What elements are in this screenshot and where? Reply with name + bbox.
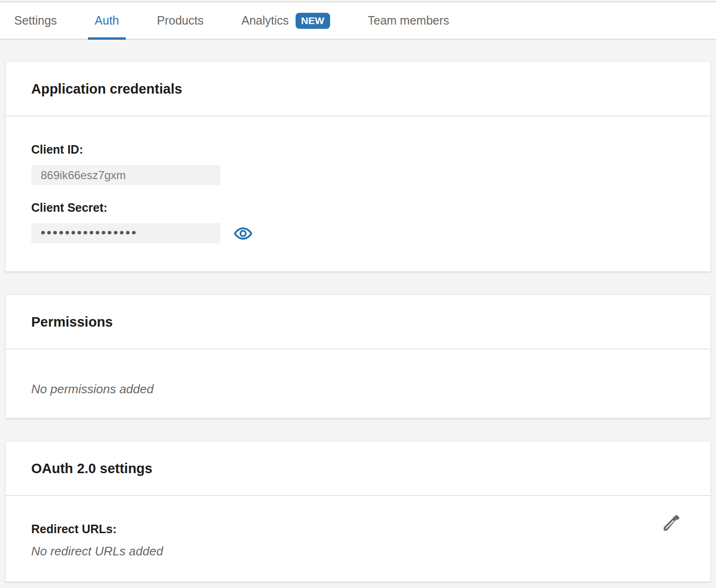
tab-products-label: Products	[157, 14, 204, 27]
client-id-label: Client ID:	[31, 143, 685, 156]
new-badge: NEW	[296, 13, 330, 29]
tab-auth[interactable]: Auth	[95, 2, 119, 39]
client-secret-row: ••••••••••••••••	[31, 223, 685, 243]
application-credentials-header: Application credentials	[6, 62, 710, 116]
client-secret-masked-value: ••••••••••••••••	[41, 226, 138, 239]
client-secret-field[interactable]: ••••••••••••••••	[31, 223, 220, 243]
redirect-urls-label: Redirect URLs:	[31, 522, 685, 536]
pencil-icon	[661, 512, 682, 533]
tab-settings[interactable]: Settings	[14, 2, 57, 39]
redirect-urls-empty-text: No redirect URLs added	[31, 544, 685, 558]
eye-icon	[234, 224, 253, 243]
oauth-settings-card: OAuth 2.0 settings Redirect URLs: No red…	[5, 441, 711, 582]
tab-team-members-label: Team members	[368, 14, 449, 27]
tab-analytics-label: Analytics	[241, 14, 288, 27]
permissions-empty-text: No permissions added	[31, 382, 685, 396]
oauth-settings-header: OAuth 2.0 settings	[6, 441, 710, 496]
edit-redirect-urls-button[interactable]	[661, 512, 682, 533]
permissions-card: Permissions No permissions added	[5, 294, 711, 418]
tab-team-members[interactable]: Team members	[368, 2, 449, 39]
tab-auth-label: Auth	[95, 14, 119, 27]
permissions-body: No permissions added	[6, 349, 710, 418]
client-id-field[interactable]: 869ik66esz7gxm	[31, 165, 220, 185]
tab-settings-label: Settings	[14, 14, 57, 27]
tab-products[interactable]: Products	[157, 2, 204, 39]
oauth-settings-body: Redirect URLs: No redirect URLs added	[6, 496, 710, 581]
tab-analytics[interactable]: Analytics NEW	[241, 2, 330, 39]
client-id-value: 869ik66esz7gxm	[41, 169, 126, 182]
permissions-header: Permissions	[6, 295, 710, 349]
client-secret-label: Client Secret:	[31, 201, 685, 215]
reveal-secret-button[interactable]	[234, 224, 253, 243]
tab-bar: Settings Auth Products Analytics NEW Tea…	[0, 1, 716, 40]
application-credentials-body: Client ID: 869ik66esz7gxm Client Secret:…	[6, 116, 710, 271]
application-credentials-card: Application credentials Client ID: 869ik…	[5, 61, 711, 272]
application-credentials-title: Application credentials	[31, 81, 182, 97]
oauth-settings-title: OAuth 2.0 settings	[31, 461, 152, 476]
auth-tab-content: Application credentials Client ID: 869ik…	[0, 40, 716, 588]
permissions-title: Permissions	[31, 314, 113, 330]
